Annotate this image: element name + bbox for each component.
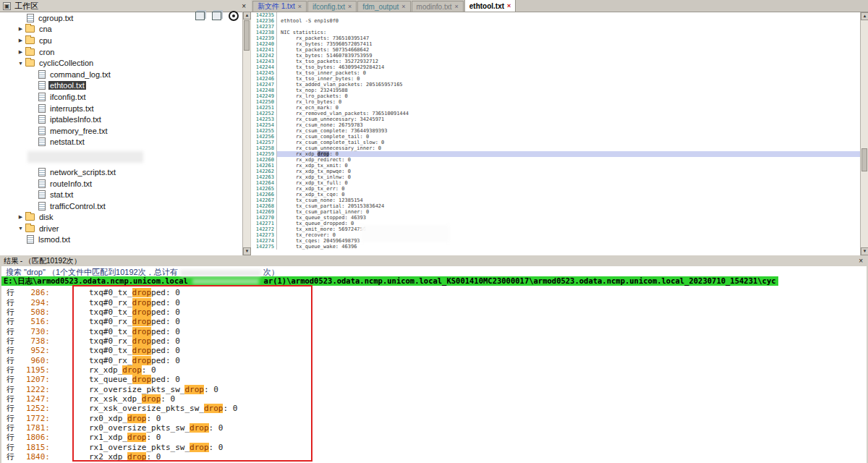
editor-line[interactable]: 142246 tx_tso_inner_bytes: 0 <box>251 76 860 82</box>
editor-line[interactable]: 142265 rx_xdp_tx_err: 0 <box>251 186 860 192</box>
scroll-down-icon[interactable]: ▼ <box>243 247 251 255</box>
expand-all-icon[interactable] <box>195 12 205 20</box>
result-row[interactable]: 行1207:tx_queue_dropped: 0 <box>1 375 867 384</box>
tree-item-ifconfig.txt[interactable]: ifconfig.txt <box>0 91 242 103</box>
editor-line[interactable]: 142250 rx_lro_bytes: 0 <box>251 99 860 105</box>
tree-item-cpu[interactable]: ▶cpu <box>0 35 242 46</box>
editor-line[interactable]: 142267 tx_csum_none: 12385154 <box>251 197 860 203</box>
result-row[interactable]: 行294:txq#0_rx_dropped: 0 <box>1 297 867 307</box>
editor-line[interactable]: 142252 rx_removed_vlan_packets: 73651009… <box>251 111 860 116</box>
editor-line[interactable]: 142256 rx_csum_complete_tail: 0 <box>251 134 860 140</box>
scroll-down-icon[interactable]: ▼ <box>861 247 868 255</box>
editor-line[interactable]: 142253 rx_csum_unnecessary: 34245971 <box>251 116 860 122</box>
result-row[interactable]: 行730:txq#0_tx_dropped: 0 <box>1 326 867 336</box>
editor-line[interactable]: 142268 tx_csum_partial: 205153836424 <box>251 203 860 209</box>
tab-fdm_output[interactable]: fdm_output× <box>357 1 410 12</box>
editor-line[interactable]: 142260 rx_xdp_redirect: 0 <box>251 157 860 163</box>
editor-line[interactable]: 142266 rx_xdp_tx_cqe: 0 <box>251 192 860 197</box>
chevron-down-icon[interactable]: ▼ <box>16 226 25 231</box>
result-row[interactable]: 行516:txq#0_rx_dropped: 0 <box>1 317 867 326</box>
editor-line[interactable]: 142239 rx_packets: 736510395147 <box>251 35 860 41</box>
locate-file-icon[interactable] <box>229 11 239 21</box>
editor-line[interactable]: 142270 tx_queue_stopped: 46393 <box>251 215 860 221</box>
tree-item-iptablesInfo.txt[interactable]: iptablesInfo.txt <box>0 114 242 125</box>
editor-line[interactable]: 142275 tx_queue_wake: 46396 <box>251 244 860 250</box>
chevron-right-icon[interactable]: ▶ <box>16 214 25 220</box>
tree-item-cna[interactable]: ▶cna <box>0 24 242 35</box>
tree-item-driver[interactable]: ▼driver <box>0 223 242 234</box>
tab-close-icon[interactable]: × <box>507 2 511 9</box>
editor-line[interactable]: 142272 tx_xmit_more: 569724756 <box>251 226 860 232</box>
chevron-down-icon[interactable]: ▼ <box>16 61 25 66</box>
editor-line[interactable]: 142240 rx_bytes: 735960572057411 <box>251 41 860 47</box>
scrollbar-thumb[interactable] <box>861 148 867 171</box>
tab-新文件 1.txt[interactable]: 新文件 1.txt× <box>252 1 307 12</box>
scroll-up-icon[interactable]: ▲ <box>861 12 868 20</box>
result-row[interactable]: 行1772:rx0_xdp_drop: 0 <box>1 413 867 422</box>
tree-item-lsmod.txt[interactable]: lsmod.txt <box>0 234 242 246</box>
tab-ethtool.txt[interactable]: ethtool.txt× <box>464 0 516 12</box>
tab-close-icon[interactable]: × <box>454 3 458 10</box>
result-row[interactable]: 行1247:rx_xsk_xdp_drop: 0 <box>1 394 867 404</box>
editor-line[interactable]: 142271 tx_queue_dropped: 0 <box>251 221 860 226</box>
editor-scrollbar[interactable]: ▲ ▼ <box>860 12 868 255</box>
result-row[interactable]: 行1781:rx0_oversize_pkts_sw_drop: 0 <box>1 423 867 433</box>
result-row[interactable]: 行508:txq#0_tx_dropped: 0 <box>1 307 867 317</box>
editor-line[interactable]: 142241 tx_packets: 507354668642 <box>251 47 860 53</box>
tree-scrollbar[interactable]: ▲ ▼ <box>242 12 250 255</box>
editor-line[interactable]: 142235 <box>251 12 860 18</box>
result-row[interactable]: 行960:txq#0_rx_dropped: 0 <box>1 355 867 365</box>
tree-item-command_log.txt[interactable]: command_log.txt <box>0 69 242 80</box>
dock-icon[interactable]: ▣ <box>3 2 11 10</box>
editor-line[interactable]: 142257 rx_csum_complete_tail_slow: 0 <box>251 140 860 145</box>
result-row[interactable]: 行952:txq#0_tx_dropped: 0 <box>1 346 867 355</box>
editor-line[interactable]: 142263 rx_xdp_tx_inlnw: 0 <box>251 174 860 180</box>
tree-item-interrupts.txt[interactable]: interrupts.txt <box>0 103 242 114</box>
editor-line[interactable]: 142262 rx_xdp_tx_mpwqe: 0 <box>251 169 860 174</box>
chevron-right-icon[interactable]: ▶ <box>16 26 25 32</box>
tree-item-memory_free.txt[interactable]: memory_free.txt <box>0 125 242 137</box>
tree-item-trafficControl.txt[interactable]: trafficControl.txt <box>0 200 242 212</box>
tab-close-icon[interactable]: × <box>298 3 302 10</box>
tree-item-stat.txt[interactable]: stat.txt <box>0 189 242 200</box>
tree-item-disk[interactable]: ▶disk <box>0 212 242 224</box>
result-row[interactable]: 行1815:rx1_oversize_pkts_sw_drop: 0 <box>1 443 867 452</box>
tree-item-network_scripts.txt[interactable]: network_scripts.txt <box>0 166 242 178</box>
editor-line[interactable]: 142261 rx_xdp_tx_xmit: 0 <box>251 163 860 169</box>
editor-line[interactable]: 142251 rx_ecn_mark: 0 <box>251 105 860 111</box>
result-row[interactable]: 行738:txq#0_rx_dropped: 0 <box>1 336 867 346</box>
editor-line[interactable]: 142273 tx_recover: 0 <box>251 232 860 238</box>
result-row[interactable]: 行1195:rx_xdp_drop: 0 <box>1 365 867 375</box>
editor-line[interactable]: 142236ethtool -S enp1s0f0 <box>251 18 860 24</box>
tab-ifconfig.txt[interactable]: ifconfig.txt× <box>307 1 357 12</box>
matched-file-path[interactable]: E:\日志\armod0523.odata.ncmp.unicom.local … <box>1 276 778 286</box>
scroll-up-icon[interactable]: ▲ <box>243 12 251 20</box>
tab-close-icon[interactable]: × <box>348 3 352 10</box>
editor-line[interactable]: 142242 tx_bytes: 514607839753959 <box>251 53 860 59</box>
collapse-all-icon[interactable] <box>212 12 221 20</box>
editor-line[interactable]: 142259 rx_xdp_drop: 0 <box>251 151 860 157</box>
chevron-right-icon[interactable]: ▶ <box>16 49 25 55</box>
editor-line[interactable]: 142269 tx_csum_partial_inner: 0 <box>251 209 860 215</box>
editor-line[interactable]: 142244 tx_tso_bytes: 463099429284214 <box>251 64 860 70</box>
editor-line[interactable]: 142248 tx_nop: 232419588 <box>251 88 860 93</box>
chevron-right-icon[interactable]: ▶ <box>16 38 25 43</box>
tree-item-cyclicCollection[interactable]: ▼cyclicCollection <box>0 57 242 69</box>
editor-line[interactable]: 142254 rx_csum_none: 26759783 <box>251 122 860 128</box>
result-row[interactable]: 行1252:rx_xsk_oversize_pkts_sw_drop: 0 <box>1 404 867 413</box>
editor-lines[interactable]: 142235142236ethtool -S enp1s0f0142237142… <box>251 12 860 255</box>
editor-line[interactable]: 142264 rx_xdp_tx_full: 0 <box>251 180 860 186</box>
editor-line[interactable]: 142247 tx_added_vlan_packets: 2051659571… <box>251 82 860 88</box>
result-row[interactable]: 行1806:rx1_xdp_drop: 0 <box>1 433 867 442</box>
tree-item-cron[interactable]: ▶cron <box>0 46 242 58</box>
tree-item-ethtool.txt[interactable]: ethtool.txt <box>0 80 242 92</box>
editor-line[interactable]: 142255 rx_csum_complete: 736449389393 <box>251 128 860 134</box>
result-row[interactable]: 行1222:rx_oversize_pkts_sw_drop: 0 <box>1 384 867 394</box>
close-icon[interactable]: × <box>240 2 247 10</box>
result-row[interactable]: 行1840:rx2_xdp_drop: 0 <box>1 452 867 462</box>
tab-modinfo.txt[interactable]: modinfo.txt× <box>412 1 464 12</box>
tree-item-routeInfo.txt[interactable]: routeInfo.txt <box>0 178 242 190</box>
tree-item-netstat.txt[interactable]: netstat.txt <box>0 137 242 148</box>
scrollbar-thumb[interactable] <box>244 20 250 51</box>
editor-line[interactable]: 142238NIC statistics: <box>251 30 860 35</box>
